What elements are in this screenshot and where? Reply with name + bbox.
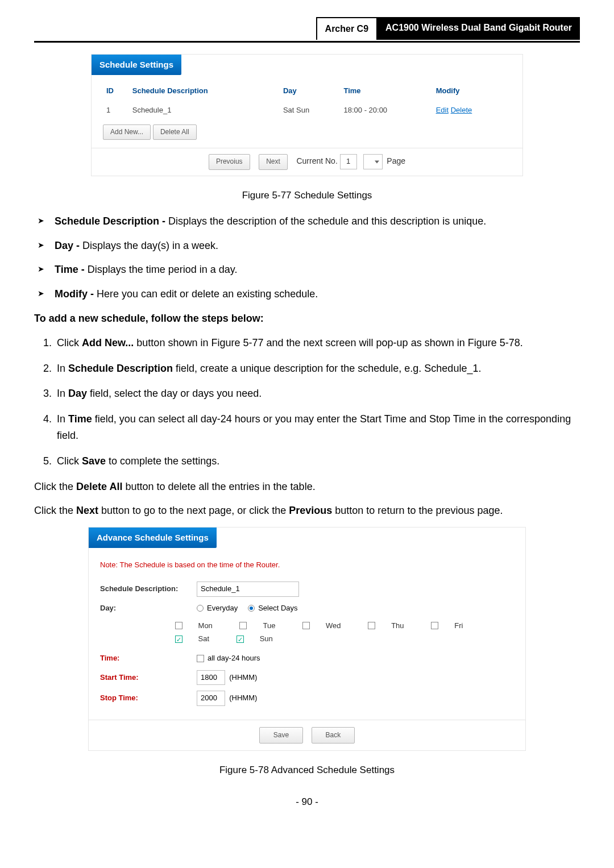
step-text: field, you can select all day-24 hours o… xyxy=(57,413,571,441)
add-new-button[interactable]: Add New... xyxy=(103,124,151,140)
checkbox-icon xyxy=(197,655,204,662)
bullet-time: Time - Displays the time period in a day… xyxy=(55,261,580,278)
page-select[interactable] xyxy=(363,154,382,169)
table-header-row: ID Schedule Description Day Time Modify xyxy=(103,81,511,102)
schedule-panel-title: Schedule Settings xyxy=(92,55,181,75)
label-start-time: Start Time: xyxy=(100,672,197,684)
para-bold: Previous xyxy=(289,505,332,516)
current-no-label: Current No. xyxy=(296,156,337,165)
step-bold: Time xyxy=(68,413,92,425)
label-time: Time: xyxy=(100,653,197,665)
advance-panel-title: Advance Schedule Settings xyxy=(89,528,217,548)
checkbox-tue[interactable]: Tue xyxy=(239,620,288,632)
radio-label: Everyday xyxy=(207,603,238,614)
cell-id: 1 xyxy=(103,101,129,120)
save-button[interactable]: Save xyxy=(259,727,303,744)
checkbox-label: all day-24 hours xyxy=(208,653,260,665)
cell-day: Sat Sun xyxy=(280,101,341,120)
checkbox-label: Sun xyxy=(260,633,273,645)
description-input[interactable]: Schedule_1 xyxy=(197,582,299,597)
current-no-input[interactable]: 1 xyxy=(340,154,357,169)
model-label: Archer C9 xyxy=(316,17,377,40)
checkbox-icon xyxy=(175,622,182,629)
row-start-time: Start Time: 1800 (HHMM) xyxy=(100,670,514,686)
checkbox-allday[interactable]: all day-24 hours xyxy=(197,653,260,665)
row-day-checks: Mon Tue Wed Thu Fri Sat Sun xyxy=(100,620,514,647)
step-bold: Schedule Description xyxy=(68,363,173,374)
checkbox-icon xyxy=(431,622,438,629)
step-bold: Add New... xyxy=(82,337,134,348)
start-time-input[interactable]: 1800 xyxy=(197,670,225,686)
step-text: In xyxy=(57,413,68,425)
bullet-label: Schedule Description - xyxy=(55,215,165,227)
checkbox-label: Wed xyxy=(326,620,341,632)
checkbox-label: Mon xyxy=(198,620,213,632)
row-time: Time: all day-24 hours xyxy=(100,653,514,665)
figure-caption-2: Figure 5-78 Advanced Schedule Settings xyxy=(34,762,580,778)
para-text: button to return to the previous page. xyxy=(332,505,503,516)
advance-footer: Save Back xyxy=(89,720,525,750)
step-2: In Schedule Description field, create a … xyxy=(55,360,580,377)
label-day: Day: xyxy=(100,603,197,614)
page-label: Page xyxy=(387,156,405,165)
delete-link[interactable]: Delete xyxy=(451,106,472,114)
edit-link[interactable]: Edit xyxy=(436,106,449,114)
step-text: Click xyxy=(57,455,82,467)
checkbox-label: Fri xyxy=(454,620,463,632)
schedule-settings-panel: Schedule Settings ID Schedule Descriptio… xyxy=(91,54,523,176)
delete-all-button[interactable]: Delete All xyxy=(153,124,197,140)
checkbox-sun[interactable]: Sun xyxy=(237,633,285,645)
steps-list: Click Add New... button shown in Figure … xyxy=(34,335,580,470)
schedule-table: ID Schedule Description Day Time Modify … xyxy=(103,81,511,121)
para-text: Click the xyxy=(34,481,76,492)
back-button[interactable]: Back xyxy=(312,727,355,744)
stop-time-input[interactable]: 2000 xyxy=(197,691,225,706)
bullet-modify: Modify - Here you can edit or delete an … xyxy=(55,286,580,302)
step-bold: Day xyxy=(68,388,87,399)
step-text: In xyxy=(57,363,68,374)
checkbox-icon xyxy=(368,622,375,629)
step-text: In xyxy=(57,388,68,399)
para-bold: Next xyxy=(76,505,98,516)
bullet-label: Modify - xyxy=(55,288,94,300)
next-button[interactable]: Next xyxy=(259,154,288,169)
step-text: Click xyxy=(57,337,82,348)
col-id: ID xyxy=(103,81,129,102)
bullet-label: Day - xyxy=(55,240,80,251)
checkbox-fri[interactable]: Fri xyxy=(431,620,475,632)
bullet-schedule-description: Schedule Description - Displays the desc… xyxy=(55,213,580,230)
bullet-text: Displays the day(s) in a week. xyxy=(80,240,218,251)
cell-time: 18:00 - 20:00 xyxy=(340,101,432,120)
steps-heading: To add a new schedule, follow the steps … xyxy=(34,310,580,327)
next-prev-paragraph: Click the Next button to go to the next … xyxy=(34,502,580,519)
figure-caption-1: Figure 5-77 Schedule Settings xyxy=(34,188,580,203)
bullet-text: Here you can edit or delete an existing … xyxy=(94,288,318,300)
para-bold: Delete All xyxy=(76,481,122,492)
hhmm-hint: (HHMM) xyxy=(229,692,257,704)
checkbox-label: Sat xyxy=(198,633,210,645)
feature-bullets: Schedule Description - Displays the desc… xyxy=(34,213,580,302)
step-text: field, create a unique description for t… xyxy=(173,363,481,374)
previous-button[interactable]: Prevoius xyxy=(209,154,250,169)
radio-selectdays[interactable]: Select Days xyxy=(248,603,297,614)
step-text: to complete the settings. xyxy=(106,455,219,467)
checkbox-sat[interactable]: Sat xyxy=(175,633,222,645)
checkbox-thu[interactable]: Thu xyxy=(368,620,416,632)
step-text: button shown in Figure 5-77 and the next… xyxy=(134,337,522,348)
col-modify: Modify xyxy=(433,81,511,102)
radio-everyday[interactable]: Everyday xyxy=(197,603,238,614)
checkbox-mon[interactable]: Mon xyxy=(175,620,225,632)
checkbox-label: Tue xyxy=(263,620,275,632)
cell-desc: Schedule_1 xyxy=(129,101,280,120)
product-label: AC1900 Wireless Dual Band Gigabit Router xyxy=(377,17,580,40)
cell-modify: Edit Delete xyxy=(433,101,511,120)
radio-icon xyxy=(248,605,255,612)
page-header: Archer C9 AC1900 Wireless Dual Band Giga… xyxy=(34,17,580,43)
checkbox-wed[interactable]: Wed xyxy=(302,620,354,632)
bullet-text: Displays the description of the schedule… xyxy=(165,215,486,227)
delete-all-paragraph: Click the Delete All button to delete al… xyxy=(34,479,580,495)
hhmm-hint: (HHMM) xyxy=(229,672,257,684)
checkbox-icon xyxy=(175,636,182,643)
checkbox-label: Thu xyxy=(391,620,404,632)
para-text: button to go to the next page, or click … xyxy=(98,505,289,516)
